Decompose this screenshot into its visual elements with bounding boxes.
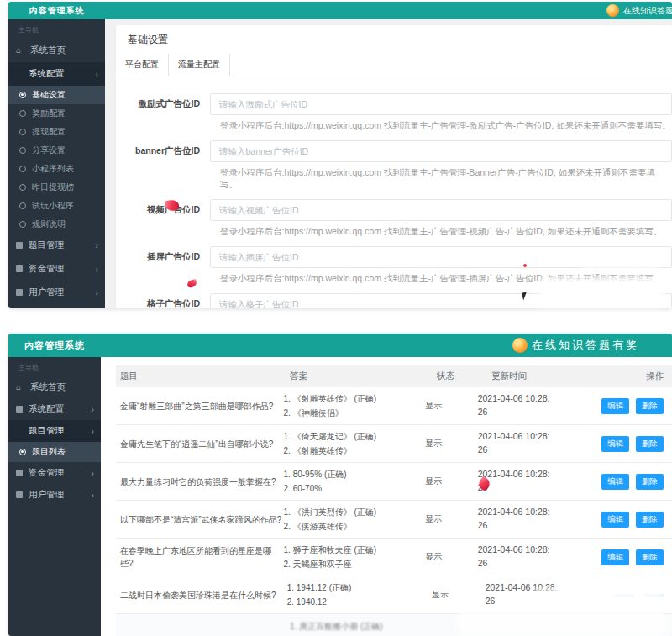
video-ad-id-input[interactable] (210, 199, 672, 221)
edit-button[interactable]: 编辑 (601, 512, 629, 528)
cube-icon (16, 242, 23, 249)
radio-icon (19, 92, 26, 98)
question-text: 在春季晚上广东地区所能看到的星座是哪些? (116, 544, 284, 570)
sidebar-item-question-mgmt[interactable]: 题目管理 › (8, 420, 101, 442)
cube-icon (16, 406, 23, 413)
status-badge: 显示 (425, 513, 478, 525)
bottom-header-bar: 内容管理系统 在线知识答题有奖 (8, 334, 672, 357)
sidebar-item-funds-mgmt[interactable]: 资金管理 › (8, 257, 105, 281)
sidebar-subitem-reward-config[interactable]: 奖励配置 (8, 104, 105, 123)
chevron-right-icon: › (91, 490, 94, 500)
radio-icon (19, 166, 26, 172)
sidebar: 主导航 ⌂ 系统首页 系统配置 › 基础设置 奖励配置 提现配置 (8, 19, 105, 308)
radio-icon (19, 129, 26, 135)
cube-icon (16, 491, 23, 498)
question-text: 最大力量练习时它的负荷强度一般掌握在? (116, 476, 284, 488)
updated-time: 2021-04-06 10:28: 26 (478, 468, 598, 495)
question-text: 二战时日本偷袭美国珍珠港是在什么时候? (116, 589, 287, 602)
sidebar-subitem-miniapp-list[interactable]: 小程序列表 (8, 160, 105, 178)
edit-button[interactable]: 编辑 (601, 436, 629, 452)
sidebar-subitem-question-list[interactable]: 题目列表 (8, 442, 101, 462)
cube-icon (16, 289, 23, 296)
sidebar-subitem-basic-settings[interactable]: 基础设置 (8, 86, 105, 104)
user-name: 在线知识答题有奖 (532, 338, 639, 353)
app-brand: 内容管理系统 (8, 2, 105, 19)
chevron-right-icon: › (95, 240, 98, 250)
chevron-right-icon: › (91, 426, 94, 436)
col-question: 题目 (116, 370, 290, 383)
chevron-right-icon: › (95, 287, 98, 297)
top-header-bar: 内容管理系统 在线知识答题有奖 (8, 2, 672, 19)
red-dot-decoration (523, 264, 527, 267)
tab-platform-config[interactable]: 平台配置 (116, 54, 168, 76)
table-row: 以下哪部不是“清宫派”武侠名家蹄风的作品? 1. 《洪门英烈传》 (正确) 2.… (116, 501, 672, 539)
cube-icon (16, 470, 23, 476)
edit-button[interactable]: 编辑 (601, 398, 629, 414)
card-title: 基础设置 (116, 25, 672, 54)
field-help-banner-ad: 登录小程序后台:https://mp.weixin.qq.com 找到流量主-广… (220, 167, 672, 191)
status-badge: 显示 (425, 551, 478, 563)
delete-button[interactable]: 删除 (636, 549, 664, 565)
answer-list: 1. 80-95% (正确) 2. 60-70% (284, 467, 426, 496)
settings-tabs: 平台配置 流量主配置 (116, 54, 672, 76)
sidebar-subitem-share-settings[interactable]: 分享设置 (8, 141, 105, 160)
sidebar-item-system-config[interactable]: 系统配置 › (8, 398, 101, 420)
status-badge: 显示 (425, 438, 478, 449)
home-icon: ⌂ (16, 46, 24, 55)
radio-icon (19, 184, 26, 191)
sidebar-item-user-mgmt[interactable]: 用户管理 › (8, 281, 105, 304)
answer-list: 1. 《射雕英雄传》 (正确) 2. 《神雕侠侣》 (284, 392, 426, 420)
answer-list: 1. 《倚天屠龙记》 (正确) 2. 《射雕英雄传》 (284, 429, 426, 458)
sidebar-item-user-mgmt[interactable]: 用户管理 › (8, 484, 101, 506)
sidebar-item-system-config[interactable]: 系统配置 › (8, 62, 105, 86)
updated-time: 2021-04-06 10:28: 26 (478, 544, 598, 570)
col-status: 状态 (437, 371, 491, 382)
sidebar-subitem-withdraw-config[interactable]: 提现配置 (8, 123, 105, 141)
sidebar-subitem-yesterday-rank[interactable]: 昨日提现榜 (8, 178, 105, 197)
delete-button[interactable]: 删除 (636, 436, 664, 452)
status-badge: 显示 (425, 476, 478, 487)
radio-icon (19, 147, 26, 154)
col-answer: 答案 (290, 369, 437, 384)
sidebar-subitem-rules[interactable]: 规则说明 (8, 215, 105, 234)
radio-icon (19, 449, 26, 455)
field-help-video-ad: 登录小程序后台:https://mp.weixin.qq.com 找到流量主-广… (220, 226, 672, 238)
answer-list: 1. 狮子座和牧夫座 (正确) 2. 天蝎座和双子座 (284, 543, 426, 571)
sidebar-item-question-mgmt[interactable]: 题目管理 › (8, 234, 105, 257)
ad-config-form: 激励式广告位ID 登录小程序后台:https://mp.weixin.qq.co… (116, 76, 672, 308)
user-avatar-icon (512, 338, 528, 353)
rewarded-ad-id-input[interactable] (210, 93, 672, 115)
status-badge: 显示 (432, 589, 486, 601)
chevron-right-icon: › (91, 404, 94, 414)
user-account[interactable]: 在线知识答题有奖 (606, 2, 672, 19)
question-text: 金庸“射雕三部曲”之第三部曲是哪部作品? (116, 400, 284, 413)
chevron-right-icon: › (95, 264, 98, 274)
delete-button[interactable]: 删除 (636, 512, 664, 528)
sidebar-item-home[interactable]: ⌂ 系统首页 (8, 39, 105, 62)
field-label-rewarded-ad: 激励式广告位ID (116, 98, 210, 110)
radio-icon (19, 221, 26, 228)
answer-list: 1. 1941.12 (正确) 2. 1940.12 (287, 581, 432, 609)
table-header: 题目 答案 状态 更新时间 操作 (116, 365, 672, 387)
user-name: 在线知识答题有奖 (623, 5, 672, 17)
sidebar-subitem-trial-miniapp[interactable]: 试玩小程序 (8, 197, 105, 215)
banner-ad-id-input[interactable] (210, 140, 672, 162)
delete-button[interactable]: 删除 (636, 398, 664, 414)
user-account[interactable]: 在线知识答题有奖 (512, 334, 639, 357)
question-text: 金庸先生笔下的“逍遥二仙”出自哪部小说? (116, 438, 284, 450)
table-row: 最大力量练习时它的负荷强度一般掌握在? 1. 80-95% (正确) 2. 60… (116, 463, 672, 501)
edit-button[interactable]: 编辑 (601, 549, 629, 565)
eraser-smudge (538, 277, 665, 307)
edit-button[interactable]: 编辑 (601, 474, 629, 490)
eraser-smudge (532, 589, 666, 603)
radio-icon (19, 110, 26, 117)
delete-button[interactable]: 删除 (636, 474, 664, 490)
app-brand: 内容管理系统 (8, 334, 101, 357)
updated-time: 2021-04-06 10:28: 26 (478, 430, 598, 457)
sidebar-item-home[interactable]: ⌂ 系统首页 (8, 376, 101, 398)
answer-list: 1. 庚正百般搬小册 (正确) (290, 619, 437, 633)
answer-list: 1. 《洪门英烈传》 (正确) 2. 《侠游英雄传》 (284, 505, 426, 534)
chevron-right-icon: › (95, 69, 98, 79)
sidebar-item-funds-mgmt[interactable]: 资金管理 › (8, 462, 101, 484)
tab-traffic-config[interactable]: 流量主配置 (168, 54, 230, 76)
